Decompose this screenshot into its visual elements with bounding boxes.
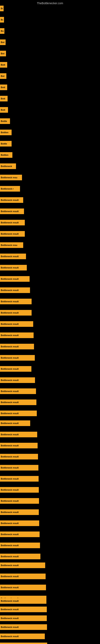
bar-label: Bottleneck result — [1, 356, 19, 359]
list-item: Bottleneck result — [0, 642, 47, 644]
bar-label: Bottleneck result — [1, 266, 19, 269]
bar-label: Bottleneck result — [1, 199, 19, 201]
bar-label: Bottleneck result — [1, 444, 19, 447]
list-item: Bo — [0, 6, 3, 11]
list-item: Bottleneck result — [0, 231, 25, 237]
bar-label: Bottleneck result — [1, 466, 19, 469]
list-item: Bottleneck result — [0, 400, 36, 405]
bar-label: Bottleneck result — [1, 635, 19, 638]
bar-label: Bott — [1, 64, 5, 66]
list-item: Bottleneck result — [0, 388, 36, 394]
list-item: Bo — [0, 28, 4, 34]
list-item: Bottleneck result — [0, 454, 38, 460]
site-title: TheBottlenecker.com — [0, 0, 100, 6]
list-item: Bottleneck result — [0, 509, 39, 515]
list-item: Bottle — [0, 141, 12, 146]
list-item: Bottleneck result — [0, 498, 39, 504]
list-item: Bottleneck result — [0, 616, 47, 621]
bar-label: Bottle — [1, 120, 7, 122]
bar-label: Bottleneck result — [1, 233, 19, 235]
bar-label: Bott — [1, 86, 5, 88]
bar-label: Bottleneck — [1, 165, 12, 168]
bar-label: Bottleneck result — [1, 300, 19, 303]
list-item: Bottlen — [0, 130, 12, 135]
bar-label: Bottle — [1, 142, 7, 145]
list-item: Bottleneck result — [0, 344, 34, 349]
list-item: Bottleneck result — [0, 254, 26, 259]
bar-label: Bottleneck resu — [1, 176, 17, 179]
bar-label: Bottleneck result — [1, 422, 19, 424]
bar-label: Bottleneck resu — [1, 244, 17, 246]
list-item: Bottleneck result — [0, 321, 33, 327]
bar-label: Bottleneck result — [1, 312, 19, 314]
list-item: Bottle — [0, 118, 10, 124]
list-item: Bo — [0, 17, 4, 22]
list-item: Bottleneck resu — [0, 175, 22, 180]
bar-label: Bottleneck result — [1, 564, 19, 566]
bar-label: Bottleneck result — [1, 210, 19, 212]
list-item: Bottleneck resu — [0, 242, 23, 248]
list-item: Bott — [0, 96, 8, 102]
bar-label: Bot — [1, 41, 4, 44]
list-item: Bottleneck result — [0, 288, 30, 293]
bar-label: Bottleneck result — [1, 433, 19, 436]
bar-label: Bottleneck result — [1, 489, 19, 491]
bar-label: Bottleneck result — [1, 401, 19, 404]
list-item: Bottleneck result — [0, 299, 32, 304]
list-item: Bottleneck — [0, 164, 16, 169]
list-item: Bottleneck result — [0, 420, 30, 426]
list-item: Bottleneck result — [0, 443, 38, 448]
bar-label: Bottleneck result — [1, 500, 19, 502]
list-item: Bottlen — [0, 152, 12, 158]
list-item: Bottleneck result — [0, 366, 31, 372]
list-item: Bottleneck result — [0, 520, 39, 526]
bar-label: Bottleneck result — [1, 323, 19, 325]
list-item: Bottleneck result — [0, 624, 47, 630]
bar-label: Bottleneck result — [1, 586, 19, 589]
list-item: Bottleneck result — [0, 532, 40, 537]
bar-label: Bottlen — [1, 154, 8, 156]
bar-label: Bottleneck r — [1, 188, 14, 190]
bar-label: Bottleneck result — [1, 255, 19, 258]
list-item: Bottleneck result — [0, 542, 40, 548]
list-item: Bot — [0, 51, 6, 56]
list-item: Bottleneck result — [0, 410, 37, 416]
bar-label: Bottleneck result — [1, 575, 19, 578]
list-item: Bottleneck result — [0, 606, 47, 612]
bar-label: Bottleneck result — [1, 533, 19, 536]
list-item: Bottleneck result — [0, 355, 35, 361]
bar-label: Bottleneck result — [1, 478, 19, 480]
bar-label: Bottleneck result — [1, 289, 19, 292]
bar-label: Bottleneck result — [1, 456, 19, 458]
list-item: Bottleneck result — [0, 377, 35, 383]
bar-label: Bo — [1, 18, 3, 21]
list-item: Bottleneck result — [0, 562, 45, 568]
bar-label: Bottleneck result — [1, 412, 19, 414]
list-item: Bott — [0, 62, 7, 68]
bar-label: Bo — [1, 7, 3, 10]
list-item: Bottleneck r — [0, 186, 20, 192]
bar-label: Bottleneck result — [1, 608, 19, 610]
list-item: Bottleneck result — [0, 634, 45, 639]
list-item: Bottleneck result — [0, 574, 46, 579]
list-item: Bottleneck result — [0, 476, 39, 482]
list-item: Bottleneck result — [0, 265, 27, 270]
list-item: Bottleneck result — [0, 554, 40, 559]
bar-label: Bottleneck result — [1, 222, 19, 224]
bar-label: Bottlen — [1, 131, 8, 134]
bar-label: Bottleneck result — [1, 334, 19, 336]
list-item: Bottleneck result — [0, 208, 24, 214]
bar-label: Bottleneck result — [1, 626, 19, 628]
list-item: Bottleneck result — [0, 310, 32, 316]
list-item: Bottleneck result — [0, 465, 38, 470]
list-item: Bottleneck result — [0, 487, 39, 493]
list-item: Bottleneck result — [0, 220, 25, 226]
bar-label: Bottleneck result — [1, 600, 19, 602]
bar-label: Bottleneck result — [1, 368, 19, 370]
bar-label: Bottleneck result — [1, 617, 19, 620]
bar-label: Bottleneck result — [1, 278, 19, 280]
bar-label: Bottleneck result — [1, 511, 19, 514]
bar-label: Bottleneck result — [1, 379, 19, 381]
list-item: Bot — [0, 73, 6, 79]
list-item: Bottleneck result — [0, 276, 30, 282]
